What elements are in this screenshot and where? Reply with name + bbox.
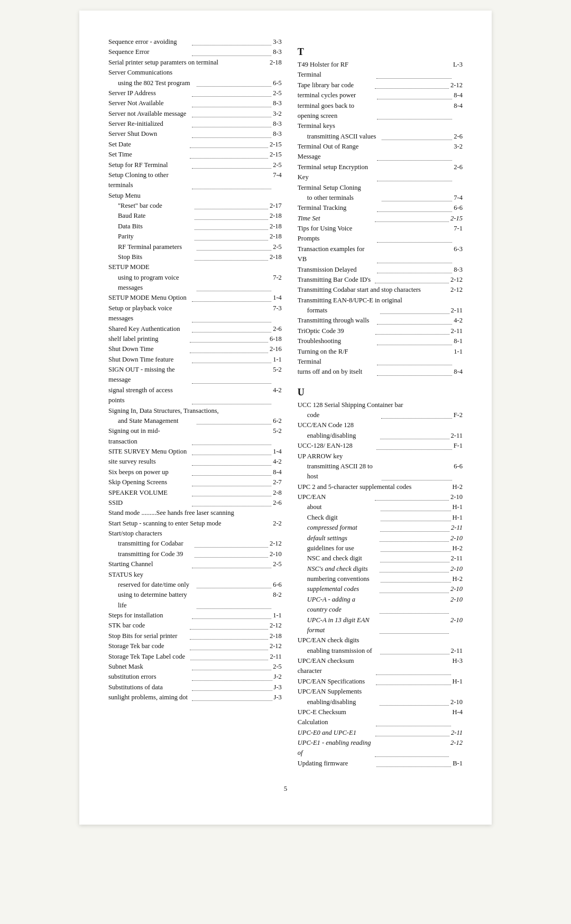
list-item: Tips for Using Voice Prompts7-1 [298, 224, 463, 244]
dots [195, 201, 268, 209]
entry-text: turns off and on by itselt [298, 367, 375, 377]
entry-text: Stop Bits for serial printer [108, 631, 188, 641]
list-item: enabling/disabling2-11 [298, 431, 463, 441]
entry-text: UPC/EAN checksum character [298, 656, 374, 677]
list-item: shelf label printing6-18 [108, 334, 282, 344]
entry-text: Terminal Setup Cloning [298, 183, 463, 193]
dots [197, 580, 272, 588]
list-item: Tape library bar code2-12 [298, 80, 463, 90]
entry-text: Transmitting Bar Code ID's [298, 275, 374, 285]
entry-page: 1-4 [273, 293, 282, 303]
dots [377, 142, 453, 161]
entry-text: UPC 2 and 5-character supplemental codes [298, 482, 453, 492]
list-item: SSID2-6 [108, 498, 282, 508]
dots [192, 692, 272, 701]
list-item: signal strength of access points4-2 [108, 385, 282, 406]
list-item: Six beeps on power up8-4 [108, 467, 282, 477]
list-item: guidelines for useH-2 [298, 543, 463, 553]
list-item: Starting Channel2-5 [108, 559, 282, 569]
list-item: UCC-128/ EAN-128F-1 [298, 441, 463, 451]
entry-page: 8-3 [273, 47, 282, 57]
entry-page: 1-4 [273, 447, 282, 457]
list-item: Terminal keys [298, 121, 463, 131]
list-item: Stop Bits2-18 [108, 252, 282, 262]
list-item: terminal goes back to opening screen8-4 [298, 101, 463, 122]
entry-text: Stand mode .........See hands free laser… [108, 508, 282, 518]
entry-text: SETUP MODE Menu Option [108, 293, 190, 303]
entry-text: to other terminals [307, 193, 380, 203]
entry-text: Start/stop characters [108, 529, 282, 539]
entry-page: 2-6 [273, 498, 282, 508]
entry-text: supplemental codes [307, 584, 379, 594]
list-item: Server not Available message3-2 [108, 109, 282, 119]
list-item: Server Re-initialized8-3 [108, 119, 282, 129]
list-item: "Reset" bar code2-17 [108, 201, 282, 211]
dots [192, 160, 272, 169]
entry-text: enabling transmission of [307, 646, 379, 656]
entry-page: 6-5 [273, 78, 282, 88]
list-item: Substitutions of dataJ-3 [108, 682, 282, 692]
entry-page: 2-10 [450, 615, 463, 636]
entry-text: STATUS key [108, 570, 282, 580]
entry-page: 2-12 [270, 641, 282, 651]
entry-text: UPC-A - adding a country code [307, 595, 379, 615]
dots [192, 324, 272, 332]
list-item: Start/stop characters [108, 529, 282, 539]
list-item: Storage Tek Tape Label code2-11 [108, 652, 282, 662]
entry-text: Server Communications [108, 68, 282, 78]
list-item: to other terminals7-4 [298, 193, 463, 203]
dots [377, 336, 453, 345]
entry-page: 2-12 [450, 80, 463, 90]
list-item: formats2-11 [298, 306, 463, 316]
dots [197, 78, 272, 87]
list-item: transmitting for Codabar2-12 [108, 539, 282, 549]
list-item: Baud Rate2-18 [108, 211, 282, 221]
entry-text: Sequence Error [108, 47, 190, 57]
page: Sequence error - avoiding3-3Sequence Err… [79, 11, 492, 825]
dots [192, 88, 272, 97]
dots [381, 513, 450, 521]
entry-page: 2-15 [270, 150, 282, 160]
entry-page: 2-6 [273, 324, 282, 334]
list-item: TriOptic Code 392-11 [298, 326, 463, 336]
list-item: STATUS key [108, 570, 282, 580]
dots [192, 611, 272, 619]
entry-text: Tape library bar code [298, 80, 374, 90]
dots [380, 646, 449, 654]
dots [195, 211, 268, 219]
entry-page: J-2 [274, 672, 282, 682]
entry-page: 3-2 [273, 109, 282, 119]
left-column: Sequence error - avoiding3-3Sequence Err… [108, 37, 282, 769]
list-item: Server Not Available8-3 [108, 98, 282, 108]
entry-page: 2-18 [270, 211, 282, 221]
entry-text: numbering conventions [307, 574, 379, 584]
list-item: Terminal Out of Range Message3-2 [298, 142, 463, 162]
list-item: and State Management6-2 [108, 416, 282, 426]
dots [377, 162, 453, 181]
list-item: aboutH-1 [298, 502, 463, 512]
entry-text: Updating firmware [298, 759, 375, 769]
list-item: Sequence error - avoiding3-3 [108, 37, 282, 47]
entry-page: 2-12 [270, 539, 282, 549]
dots [190, 641, 268, 650]
list-item: Parity2-18 [108, 232, 282, 242]
entry-page: 1-1 [273, 611, 282, 621]
dots [192, 293, 272, 301]
entry-text: terminal cycles power [298, 90, 375, 100]
entry-page: 8-1 [454, 336, 463, 346]
list-item: Turning on the R/F Terminal1-1 [298, 347, 463, 367]
list-item: Steps for installation1-1 [108, 611, 282, 621]
entry-page: 2-12 [270, 621, 282, 631]
list-item: Subnet Mask2-5 [108, 662, 282, 672]
list-item: Terminal setup Encryption Key2-6 [298, 162, 463, 183]
dots [192, 98, 272, 107]
list-item: UPC/EAN2-10 [298, 492, 463, 502]
entry-text: about [307, 502, 379, 512]
entry-text: Signing out in mid-transaction [108, 426, 190, 447]
list-item: SETUP MODE Menu Option1-4 [108, 293, 282, 303]
list-item: site survey results4-2 [108, 457, 282, 467]
dots [192, 662, 272, 670]
entry-text: Steps for installation [108, 611, 190, 621]
list-item: Transmitting Bar Code ID's2-12 [298, 275, 463, 285]
entry-page: H-2 [453, 574, 463, 584]
